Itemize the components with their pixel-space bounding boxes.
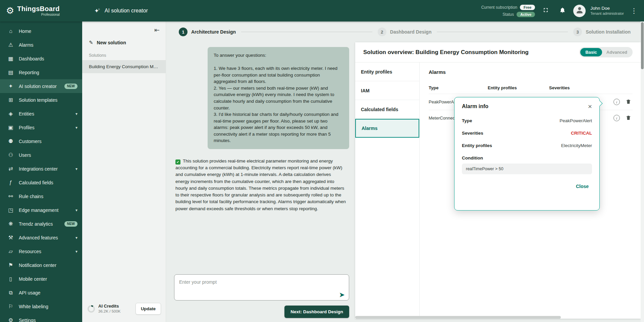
kebab-icon: ⋮ (631, 7, 637, 14)
sidebar-item-calculated-fields[interactable]: ƒ Calculated fields (0, 176, 82, 189)
folder-icon: ▱ (7, 248, 14, 255)
sidebar-item-settings[interactable]: ⚙ Settings (0, 313, 82, 322)
bell-icon (559, 7, 566, 15)
delete-alarm-button[interactable] (626, 99, 631, 105)
sidebar-item-mobile-center[interactable]: ▯ Mobile center (0, 272, 82, 286)
check-icon: ✔ (175, 159, 180, 165)
step-solution-installation[interactable]: 3 Solution Installation (573, 28, 631, 36)
sidebar-item-api-usage[interactable]: ⧉ API usage (0, 286, 82, 300)
chevron-down-icon: ▾ (75, 208, 77, 213)
subscription-status-block: Current subscription Free Status Active (481, 5, 535, 17)
avatar[interactable] (573, 5, 586, 17)
user-name: John Doe (590, 6, 624, 11)
trash-icon (626, 99, 631, 105)
tools-icon: ⚒ (7, 234, 14, 241)
horizontal-scrollbar-thumb[interactable] (355, 316, 561, 319)
trendz-icon: ❋ (7, 221, 14, 227)
assistant-message: ✔This solution provides real-time electr… (175, 158, 346, 212)
top-header: ⚙ ThingsBoard Professional ✦✧ AI solutio… (0, 0, 644, 21)
page-scrollbar-thumb[interactable] (641, 22, 644, 69)
ai-sparkle-icon: ✦ (7, 83, 14, 89)
sidebar-item-edge-management[interactable]: ◳ Edge management ▾ (0, 203, 82, 217)
tab-alarms[interactable]: Alarms (355, 119, 419, 138)
overflow-menu-button[interactable]: ⋮ (629, 7, 639, 15)
basic-mode-button[interactable]: Basic (580, 48, 602, 56)
customers-icon: ⚉ (7, 138, 14, 144)
collapse-panel-button[interactable]: ⇤ (154, 26, 160, 34)
sidebar-item-integrations-center[interactable]: ⇄ Integrations center ▾ (0, 162, 82, 176)
prompt-input-wrapper: ➤ (174, 274, 349, 301)
sidebar-item-ai-solution-creator[interactable]: ✦ AI solution creator NEW (0, 79, 82, 93)
brand-edition: Professional (41, 13, 60, 16)
step-number: 3 (573, 28, 582, 36)
sidebar-item-notification-center[interactable]: ⚑ Notification center (0, 258, 82, 272)
chevron-down-icon: ▾ (75, 111, 77, 116)
page-title: ✦✧ AI solution creator (94, 7, 148, 14)
close-icon[interactable]: × (588, 103, 592, 110)
entities-icon: ◈ (7, 110, 14, 117)
step-number: 2 (378, 28, 386, 36)
step-dashboard-design[interactable]: 2 Dashboard Design (378, 28, 432, 36)
overview-tabs: Entity profiles IAM Calculated fields Al… (355, 62, 420, 319)
rule-chains-icon: ⚯ (7, 193, 14, 199)
sidebar-item-dashboards[interactable]: ▦ Dashboards (0, 52, 82, 65)
sidebar-item-trendz-analytics[interactable]: ❋ Trendz analytics NEW (0, 217, 82, 231)
solution-list-item[interactable]: Building Energy Consumption Monitoring (82, 60, 166, 73)
tab-entity-profiles[interactable]: Entity profiles (355, 62, 419, 81)
solutions-panel: ⇤ ✎ New solution Solutions Building Ener… (82, 21, 166, 322)
fullscreen-button[interactable] (540, 5, 552, 17)
step-number: 1 (179, 28, 187, 36)
sparkle-icon: ✦✧ (94, 7, 102, 14)
update-credits-button[interactable]: Update (136, 303, 161, 315)
user-info: John Doe Tenant administrator (590, 6, 624, 16)
new-badge: NEW (64, 84, 77, 89)
alarm-info-button[interactable]: i (613, 115, 620, 121)
sidebar-item-white-labeling[interactable]: ⚐ White labeling (0, 300, 82, 313)
chevron-down-icon: ▾ (75, 167, 77, 171)
advanced-mode-button[interactable]: Advanced (602, 48, 632, 56)
sidebar-item-entities[interactable]: ◈ Entities ▾ (0, 107, 82, 121)
send-icon: ➤ (339, 291, 345, 298)
delete-alarm-button[interactable] (626, 115, 631, 122)
status-badge: Active (517, 12, 535, 17)
info-icon: i (616, 100, 617, 104)
popover-close-button[interactable]: Close (573, 181, 592, 192)
api-icon: ⧉ (7, 290, 14, 296)
sidebar-item-advanced-features[interactable]: ⚒ Advanced features ▾ (0, 231, 82, 244)
sidebar-item-profiles[interactable]: ▣ Profiles ▾ (0, 121, 82, 134)
sidebar-item-alarms[interactable]: ⚠ Alarms (0, 38, 82, 52)
collapse-icon: ⇤ (154, 27, 160, 34)
new-solution-button[interactable]: ✎ New solution (82, 35, 166, 50)
info-icon: i (616, 116, 617, 120)
templates-icon: ⊞ (7, 97, 14, 103)
next-dashboard-design-button[interactable]: Next: Dashboard Design (284, 306, 349, 318)
popover-title: Alarm info (462, 103, 488, 109)
sidebar-item-reporting[interactable]: ▤ Reporting (0, 65, 82, 79)
sidebar-item-home[interactable]: ⌂ Home (0, 24, 82, 38)
sidebar-item-rule-chains[interactable]: ⚯ Rule chains (0, 189, 82, 203)
edit-icon: ✎ (89, 40, 93, 46)
chat-column: To answer your questions: 1. We have 3 f… (166, 42, 355, 322)
sidebar-item-users[interactable]: ⚇ Users (0, 148, 82, 162)
alarm-info-button[interactable]: i (613, 99, 620, 105)
chevron-down-icon: ▾ (75, 235, 77, 240)
subscription-label: Current subscription (481, 5, 517, 10)
horizontal-scrollbar (355, 316, 641, 319)
notifications-button[interactable] (556, 5, 569, 17)
credits-label: AI Credits (98, 304, 121, 309)
edge-icon: ◳ (7, 207, 14, 213)
brand-logo[interactable]: ⚙ ThingsBoard Professional (0, 5, 82, 16)
sidebar-item-customers[interactable]: ⚉ Customers (0, 134, 82, 148)
tab-calculated-fields[interactable]: Calculated fields (355, 100, 419, 119)
send-button[interactable]: ➤ (339, 291, 345, 298)
prompt-input[interactable] (174, 275, 349, 300)
person-icon (575, 6, 584, 16)
app-root: ⚙ ThingsBoard Professional ✦✧ AI solutio… (0, 0, 644, 322)
sidebar-item-resources[interactable]: ▱ Resources ▾ (0, 244, 82, 258)
step-architecture-design[interactable]: 1 Architecture Design (179, 28, 236, 36)
sidebar-item-solution-templates[interactable]: ⊞ Solution templates (0, 93, 82, 107)
new-badge: NEW (64, 221, 77, 227)
credits-value: 36.2K / 500K (98, 309, 121, 314)
tab-iam[interactable]: IAM (355, 81, 419, 100)
column-severities: Severities (549, 85, 600, 90)
